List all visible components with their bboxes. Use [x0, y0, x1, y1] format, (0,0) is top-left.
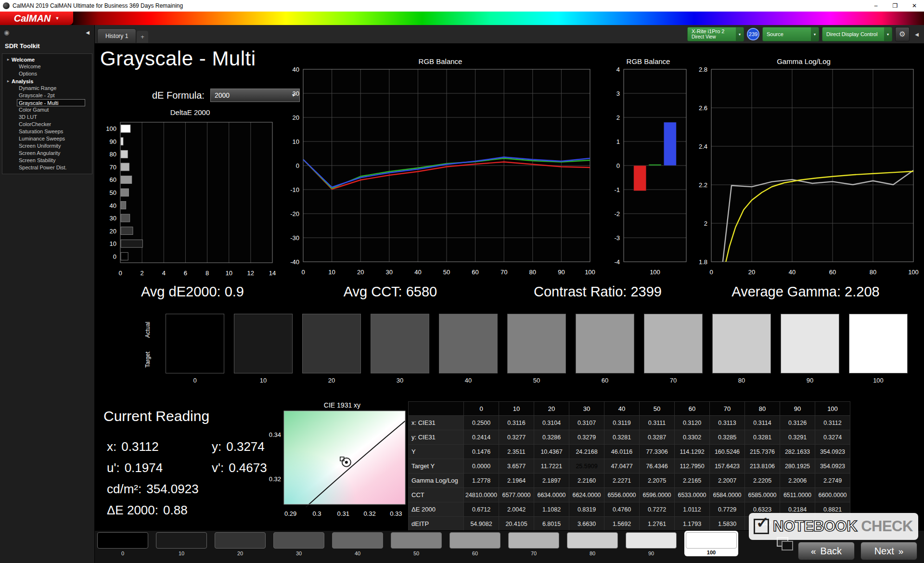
table-row: Target Y0.00003.657711.722125.590947.047…: [409, 459, 850, 473]
swatch-level-label: 80: [738, 377, 745, 384]
patch-button-60[interactable]: 60: [449, 532, 500, 556]
workflow-icon[interactable]: ◉: [4, 29, 9, 36]
table-cell: 0.3274: [815, 430, 850, 445]
sidebar-section-analysis[interactable]: ▸Analysis: [2, 77, 92, 85]
sidebar-item-colorchecker[interactable]: ColorChecker: [2, 121, 92, 128]
expand-arrow-icon[interactable]: ▸: [7, 79, 9, 83]
notebookcheck-watermark: ✓ NOTEBOOKCHECK: [749, 513, 918, 540]
sidebar-item-screen-angularity[interactable]: Screen Angularity: [2, 150, 92, 157]
svg-text:50: 50: [110, 189, 116, 196]
patch-color: [449, 532, 500, 549]
reading-count-badge[interactable]: 239: [747, 28, 759, 40]
close-button[interactable]: ✕: [905, 0, 924, 12]
tab-history-1[interactable]: History 1: [97, 28, 136, 43]
table-cell: 6585.0000: [745, 488, 780, 502]
table-cell: 0.3104: [534, 416, 569, 430]
display-control-dropdown[interactable]: Direct Display Control ▼: [822, 27, 892, 41]
sidebar-section-welcome[interactable]: ▸Welcome: [2, 56, 92, 63]
next-button[interactable]: Next »: [860, 542, 917, 560]
reading-line: ΔE 2000:0.88: [107, 499, 267, 521]
table-cell: 0.4760: [604, 502, 640, 517]
minimize-button[interactable]: –: [866, 0, 886, 12]
sidebar-item-saturation-sweeps[interactable]: Saturation Sweeps: [2, 128, 92, 135]
watermark-text-notebook: NOTEBOOK: [773, 518, 857, 535]
svg-text:14: 14: [269, 269, 276, 277]
reading-value: u':0.1974: [107, 461, 212, 475]
actual-label: Actual: [144, 316, 152, 344]
sidebar-item-3d-lut[interactable]: 3D LUT: [2, 114, 92, 121]
table-cell: 0.3286: [534, 430, 569, 445]
source-label: Source: [763, 31, 787, 37]
table-cell: 6596.0000: [640, 488, 675, 502]
sidebar-item-options[interactable]: Options: [2, 70, 92, 77]
collapse-sidebar-button[interactable]: ◀: [86, 30, 90, 35]
svg-text:10: 10: [328, 269, 335, 276]
patch-button-50[interactable]: 50: [391, 532, 442, 556]
swatch-level-label: 90: [807, 377, 813, 384]
settings-gear-button[interactable]: ⚙: [895, 27, 910, 41]
table-row: y: CIE310.24140.32770.32860.32790.32810.…: [409, 430, 850, 445]
sidebar-item-grayscale-multi[interactable]: Grayscale - Multi: [17, 99, 85, 106]
svg-text:100: 100: [585, 269, 595, 276]
table-cell: 6600.0000: [815, 488, 850, 502]
source-dropdown[interactable]: Source ▼: [762, 27, 819, 41]
collapse-panel-button[interactable]: ◀: [912, 32, 921, 37]
swatch-level-label: 40: [465, 377, 472, 384]
logo-text: CalMAN: [14, 13, 51, 24]
stat-avg-de2000: Avg dE2000: 0.9: [141, 284, 244, 300]
sidebar-item-color-gamut[interactable]: Color Gamut: [2, 106, 92, 114]
maximize-button[interactable]: ❐: [886, 0, 905, 12]
expand-arrow-icon[interactable]: ▸: [7, 57, 9, 62]
calman-logo-button[interactable]: CalMAN ▼: [0, 12, 73, 25]
add-tab-button[interactable]: +: [137, 31, 148, 43]
svg-text:100: 100: [106, 125, 116, 132]
patch-button-80[interactable]: 80: [567, 532, 618, 556]
table-cell: 6577.0000: [499, 488, 534, 502]
measurement-table: 0102030405060708090100x: CIE310.25000.31…: [408, 401, 850, 531]
patch-button-100[interactable]: 100: [684, 531, 738, 556]
sidebar-item-grayscale-2pt[interactable]: Grayscale - 2pt: [2, 92, 92, 99]
window-controls: – ❐ ✕: [866, 0, 924, 12]
patch-button-90[interactable]: 90: [626, 532, 677, 556]
table-cell: 6624.0000: [569, 488, 604, 502]
table-cell: 6511.0000: [780, 488, 815, 502]
swatch-color: [849, 314, 908, 373]
patch-label: 70: [531, 550, 537, 556]
svg-text:0.3: 0.3: [312, 510, 321, 517]
rgb-balance-chart-svg: 403020100-10-20-30-400102030405060708090…: [277, 67, 604, 280]
patch-label: 50: [413, 550, 419, 556]
sidebar-item-screen-uniformity[interactable]: Screen Uniformity: [2, 142, 92, 150]
sidebar-item-dynamic-range[interactable]: Dynamic Range: [2, 85, 92, 92]
patch-button-10[interactable]: 10: [156, 532, 207, 556]
patch-label: 100: [707, 550, 716, 555]
svg-text:30: 30: [293, 90, 299, 97]
patch-button-20[interactable]: 20: [215, 532, 266, 556]
sidebar-item-welcome[interactable]: Welcome: [2, 63, 92, 70]
patch-button-70[interactable]: 70: [508, 532, 559, 556]
table-cell: 1.1793: [675, 517, 710, 531]
table-cell: 2.2007: [710, 473, 745, 488]
swatch-level-label: 70: [670, 377, 677, 384]
svg-text:0: 0: [301, 269, 305, 276]
patch-color: [508, 532, 559, 549]
patch-button-0[interactable]: 0: [97, 532, 148, 556]
patch-button-40[interactable]: 40: [332, 532, 383, 556]
table-cell: 0.3281: [745, 430, 780, 445]
swatch-color: [644, 314, 703, 373]
sidebar-item-spectral-power-dist[interactable]: Spectral Power Dist.: [2, 164, 92, 171]
meter-dropdown[interactable]: X-Rite i1Pro 2 Direct View ▼: [687, 27, 744, 41]
patch-button-30[interactable]: 30: [273, 532, 324, 556]
svg-text:-2: -2: [614, 210, 620, 218]
meter-label: X-Rite i1Pro 2 Direct View: [688, 28, 727, 40]
table-cell: 213.8106: [745, 459, 780, 473]
svg-text:90: 90: [110, 138, 116, 145]
svg-text:50: 50: [443, 269, 450, 276]
patch-label: 30: [296, 550, 302, 556]
table-cell: 0.3112: [815, 416, 850, 430]
table-cell: 2.2165: [675, 473, 710, 488]
svg-text:2: 2: [616, 114, 620, 121]
swatch-color: [712, 314, 771, 373]
sidebar-item-luminance-sweeps[interactable]: Luminance Sweeps: [2, 135, 92, 142]
sidebar-item-screen-stability[interactable]: Screen Stability: [2, 157, 92, 164]
back-button[interactable]: « Back: [798, 542, 855, 560]
